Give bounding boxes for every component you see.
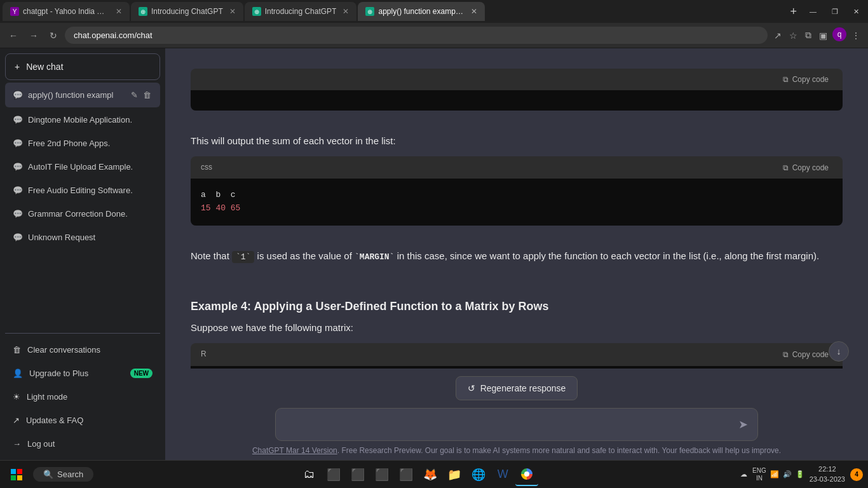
updates-label: Updates & FAQ (26, 416, 83, 425)
conv-title-7: Unknown Request (28, 233, 153, 242)
tab-4[interactable]: ⊕ apply() function examples ✕ (358, 2, 485, 21)
copy-icon-0: ⧉ (783, 75, 789, 84)
sidebar-toggle-icon[interactable]: ▣ (817, 27, 830, 43)
address-actions: ↗ ☆ ⧉ ▣ q ⋮ (771, 27, 863, 43)
tab-favicon-1: Y (10, 7, 19, 16)
tab-bar: Y chatgpt - Yahoo India Search Res... ✕ … (0, 0, 868, 23)
menu-icon[interactable]: ⋮ (849, 27, 863, 43)
taskbar-app-edge[interactable]: 🌐 (467, 463, 490, 486)
conv-item-1[interactable]: 💬 apply() function exampl ✎ 🗑 (5, 83, 160, 107)
conv-title-6: Grammar Correction Done. (28, 209, 153, 219)
copy-icon-1: ⧉ (783, 163, 789, 172)
sidebar-bottom-actions: 🗑 Clear conversations 👤 Upgrade to Plus … (5, 333, 160, 455)
copy-code-button-0[interactable]: ⧉ Copy code (779, 74, 832, 85)
app-container: + New chat 💬 apply() function exampl ✎ 🗑… (0, 48, 868, 460)
taskbar-app-chrome[interactable] (515, 463, 538, 486)
taskbar-app-dell[interactable]: ⬛ (370, 463, 393, 486)
tab-close-1[interactable]: ✕ (116, 7, 122, 16)
tab-favicon-2: ⊕ (139, 7, 147, 16)
sidebar-action-clear[interactable]: 🗑 Clear conversations (5, 339, 160, 361)
logout-icon: → (13, 439, 21, 449)
taskbar-app-files[interactable]: 🗂 (298, 463, 321, 486)
footer-link[interactable]: ChatGPT Mar 14 Version (252, 446, 337, 455)
maximize-button[interactable]: ❐ (825, 5, 844, 18)
taskbar-search-box[interactable]: 🔍 Search (33, 467, 93, 482)
profile-icon[interactable]: q (832, 27, 846, 41)
clear-icon: 🗑 (13, 345, 21, 355)
conv-item-2[interactable]: 💬 Dingtone Mobile Application. (5, 109, 160, 131)
back-button[interactable]: ← (5, 28, 22, 43)
url-input[interactable] (65, 27, 768, 44)
address-bar: ← → ↻ ↗ ☆ ⧉ ▣ q ⋮ (0, 23, 868, 48)
copy-code-button-2[interactable]: ⧉ Copy code (779, 349, 832, 360)
chat-messages: ⧉ Copy code This will output the sum of … (165, 48, 868, 369)
svg-rect-2 (11, 475, 16, 480)
updates-icon: ↗ (13, 416, 20, 425)
message-block-0: ⧉ Copy code (191, 61, 843, 118)
sidebar: + New chat 💬 apply() function exampl ✎ 🗑… (0, 48, 165, 460)
bookmark-icon[interactable]: ☆ (787, 27, 800, 43)
system-tray: ☁ (740, 470, 747, 478)
sidebar-action-light[interactable]: ☀ Light mode (5, 386, 160, 408)
new-badge-upgrade: NEW (130, 369, 153, 378)
refresh-button[interactable]: ↻ (46, 28, 61, 43)
extensions-icon[interactable]: ⧉ (803, 27, 814, 43)
notification-badge[interactable]: 4 (850, 468, 863, 481)
scroll-down-button[interactable]: ↓ (829, 341, 849, 362)
svg-rect-0 (11, 469, 16, 474)
conv-title-2: Dingtone Mobile Application. (28, 115, 153, 125)
code-header-0: ⧉ Copy code (191, 69, 843, 90)
conv-icon-6: 💬 (13, 209, 23, 219)
share-icon[interactable]: ↗ (771, 27, 784, 43)
taskbar-app-word[interactable]: W (491, 463, 514, 486)
conv-item-6[interactable]: 💬 Grammar Correction Done. (5, 203, 160, 225)
conv-item-4[interactable]: 💬 AutoIT File Upload Example. (5, 156, 160, 178)
sidebar-action-updates[interactable]: ↗ Updates & FAQ (5, 409, 160, 431)
conv-item-3[interactable]: 💬 Free 2nd Phone Apps. (5, 132, 160, 154)
tab-1[interactable]: Y chatgpt - Yahoo India Search Res... ✕ (3, 2, 130, 21)
example-heading-4: Example 4: Applying a User-Defined Funct… (191, 297, 843, 316)
regenerate-button[interactable]: ↺ Regenerate response (456, 376, 578, 400)
close-button[interactable]: ✕ (847, 5, 865, 18)
edit-conv-button-1[interactable]: ✎ (130, 89, 139, 101)
conv-icon-3: 💬 (13, 139, 23, 148)
browser-chrome: Y chatgpt - Yahoo India Search Res... ✕ … (0, 0, 868, 48)
conv-icon-2: 💬 (13, 115, 23, 125)
code-content-0 (191, 90, 843, 111)
minimize-button[interactable]: — (803, 5, 823, 18)
upgrade-label: Upgrade to Plus (29, 369, 88, 378)
tab-close-2[interactable]: ✕ (229, 7, 236, 16)
sidebar-action-logout[interactable]: → Log out (5, 433, 160, 455)
forward-button[interactable]: → (25, 28, 42, 43)
tray-icon-1: ☁ (740, 470, 747, 478)
tab-close-3[interactable]: ✕ (342, 7, 349, 16)
code-content-1: a b c 15 40 65 (191, 179, 843, 226)
send-button[interactable]: ➤ (736, 415, 750, 434)
logout-label: Log out (27, 439, 55, 449)
conv-item-7[interactable]: 💬 Unknown Request (5, 226, 160, 248)
light-label: Light mode (27, 392, 67, 402)
tab-3[interactable]: ⊕ Introducing ChatGPT ✕ (245, 2, 357, 21)
conv-title-4: AutoIT File Upload Example. (28, 162, 153, 172)
tab-2[interactable]: ⊕ Introducing ChatGPT ✕ (131, 2, 243, 21)
new-tab-button[interactable]: + (785, 5, 802, 18)
taskbar-app-teams[interactable]: ⬛ (322, 463, 345, 486)
delete-conv-button-1[interactable]: 🗑 (142, 89, 153, 101)
new-chat-button[interactable]: + New chat (5, 53, 160, 80)
start-button[interactable] (5, 463, 28, 486)
chat-area: ⧉ Copy code This will output the sum of … (165, 48, 868, 460)
message-text-2: Note that `1` is used as the value of `M… (191, 248, 843, 264)
conv-item-5[interactable]: 💬 Free Audio Editing Software. (5, 179, 160, 201)
tab-close-4[interactable]: ✕ (471, 7, 477, 16)
taskbar-app-store[interactable]: ⬛ (346, 463, 369, 486)
sidebar-action-upgrade[interactable]: 👤 Upgrade to Plus NEW (5, 362, 160, 384)
clear-label: Clear conversations (27, 345, 100, 355)
chat-input[interactable] (275, 408, 758, 441)
taskbar-app-malware[interactable]: ⬛ (395, 463, 417, 486)
copy-code-button-1[interactable]: ⧉ Copy code (779, 162, 832, 173)
taskbar-app-firefox[interactable]: 🦊 (419, 463, 442, 486)
tab-title-4: apply() function examples (378, 7, 465, 16)
tab-favicon-4: ⊕ (365, 7, 374, 16)
taskbar-app-explorer[interactable]: 📁 (443, 463, 466, 486)
chat-wrapper: ⧉ Copy code This will output the sum of … (165, 48, 868, 460)
